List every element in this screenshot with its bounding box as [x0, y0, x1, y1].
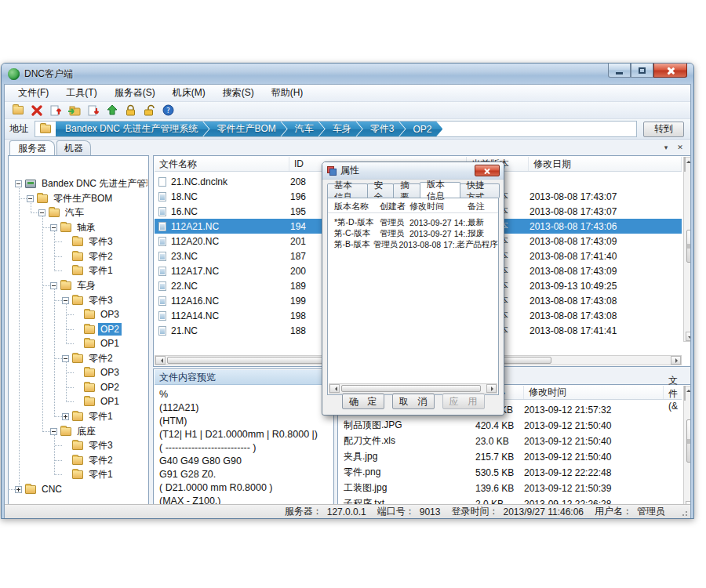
- expander-minus-icon[interactable]: [50, 428, 57, 435]
- expander-minus-icon[interactable]: [38, 209, 45, 216]
- tree-item[interactable]: OP1: [74, 336, 122, 350]
- scroll-thumb[interactable]: [341, 385, 481, 392]
- version-row[interactable]: 第-C-版本管理员2013-09-27 14:...报废: [328, 228, 498, 239]
- lock-icon[interactable]: [124, 103, 137, 117]
- tree-item[interactable]: 零件3: [62, 293, 115, 307]
- tree-item[interactable]: 零件1: [62, 467, 115, 481]
- dialog-titlebar[interactable]: 属性: [322, 162, 504, 180]
- expander-plus-icon[interactable]: [15, 486, 22, 493]
- version-row[interactable]: 第-B-版本管理员2013-08-08 17:...老产品程序: [328, 239, 498, 250]
- scroll-left-icon[interactable]: [329, 384, 340, 393]
- tree-item[interactable]: 零件3: [62, 438, 115, 452]
- tree-item[interactable]: Bandex DNC 先进生产管理系统: [15, 176, 147, 191]
- breadcrumb-segment[interactable]: 车身: [318, 121, 362, 137]
- attachment-row[interactable]: 配刀文件.xls23.0 KB2013-09-12 21:50:40: [339, 434, 682, 448]
- menu-tools[interactable]: 工具(T): [59, 84, 104, 102]
- upload-icon[interactable]: [105, 103, 118, 117]
- column-filename[interactable]: 文件名称: [155, 157, 289, 171]
- column-date[interactable]: 修改日期: [529, 157, 682, 171]
- tab-server[interactable]: 服务器: [9, 140, 55, 155]
- tree-item[interactable]: OP2: [74, 380, 122, 394]
- tree-item[interactable]: 底座: [50, 424, 98, 438]
- tree-item[interactable]: 零件3: [62, 234, 115, 249]
- menu-search[interactable]: 搜索(S): [216, 84, 261, 102]
- tree-item[interactable]: CNC: [15, 482, 64, 496]
- breadcrumb-segment[interactable]: 零件生产BOM: [202, 121, 286, 137]
- new-folder-icon[interactable]: [11, 103, 24, 117]
- tree-item[interactable]: OP3: [74, 307, 122, 321]
- tree-item[interactable]: 零件1: [62, 409, 115, 423]
- check-in-file-icon[interactable]: [49, 103, 62, 117]
- tab-machine[interactable]: 机器: [56, 140, 91, 155]
- scroll-up-icon[interactable]: [684, 386, 686, 401]
- scroll-down-icon[interactable]: [686, 332, 691, 341]
- maximize-button[interactable]: [631, 64, 653, 78]
- breadcrumb-segment[interactable]: 零件3: [356, 121, 406, 137]
- send-to-folder-icon[interactable]: [67, 103, 81, 117]
- column-version-name[interactable]: 版本名称: [328, 201, 380, 212]
- cancel-button[interactable]: 取 消: [392, 394, 435, 409]
- menu-file[interactable]: 文件(F): [11, 84, 56, 102]
- scroll-thumb[interactable]: [686, 419, 691, 463]
- tab-basic-info[interactable]: 基本信息: [327, 183, 368, 198]
- column-modified[interactable]: 修改时间: [409, 201, 468, 212]
- resize-grip[interactable]: [679, 508, 687, 516]
- attachment-row[interactable]: 零件.png530.5 KB2013-09-12 22:22:48: [339, 465, 682, 480]
- scroll-up-icon[interactable]: [684, 157, 686, 172]
- check-out-file-icon[interactable]: [86, 103, 100, 117]
- minimize-button[interactable]: [608, 64, 631, 78]
- expander-minus-icon[interactable]: [62, 297, 69, 304]
- column-mtime[interactable]: 修改时间: [524, 386, 664, 399]
- expander-minus-icon[interactable]: [50, 282, 57, 289]
- titlebar[interactable]: DNC客户端: [2, 64, 693, 84]
- scroll-thumb[interactable]: [686, 230, 691, 263]
- scroll-left-icon[interactable]: [155, 356, 166, 365]
- expander-minus-icon[interactable]: [27, 195, 34, 202]
- tab-summary[interactable]: 摘要: [393, 183, 420, 198]
- expander-plus-icon[interactable]: [62, 413, 69, 420]
- attachments-vscrollbar[interactable]: [683, 386, 691, 511]
- tree-item[interactable]: 车身: [50, 278, 98, 292]
- tree-item[interactable]: 零件2: [62, 351, 115, 365]
- dialog-hscrollbar[interactable]: [329, 383, 497, 394]
- help-icon[interactable]: ?: [162, 103, 175, 117]
- close-button[interactable]: [653, 64, 687, 78]
- tree-item[interactable]: OP1: [74, 394, 122, 408]
- breadcrumb-segment[interactable]: OP2: [398, 121, 442, 137]
- delete-icon[interactable]: [30, 103, 43, 117]
- attachment-row[interactable]: 工装图.jpg139.6 KB2013-09-12 21:50:39: [339, 481, 682, 495]
- tree-item[interactable]: 零件2: [62, 453, 115, 467]
- scroll-right-icon[interactable]: [671, 356, 681, 365]
- breadcrumb[interactable]: Bandex DNC 先进生产管理系统 零件生产BOM 汽车 车身 零件3 OP…: [35, 121, 637, 137]
- tree-item[interactable]: 零件生产BOM: [27, 191, 115, 205]
- attachment-row[interactable]: 制品顶图.JPG420.4 KB2013-09-12 21:50:40: [339, 418, 682, 433]
- breadcrumb-segment[interactable]: 汽车: [281, 121, 325, 137]
- expander-minus-icon[interactable]: [62, 355, 69, 362]
- column-creator[interactable]: 创建者: [380, 201, 409, 212]
- menu-machine[interactable]: 机床(M): [166, 84, 213, 102]
- tree-item[interactable]: 轴承: [50, 220, 98, 234]
- expander-minus-icon[interactable]: [50, 224, 57, 231]
- expander-minus-icon[interactable]: [15, 180, 22, 187]
- column-remark[interactable]: 备注: [468, 201, 498, 212]
- menu-server[interactable]: 服务器(S): [107, 84, 162, 102]
- dialog-close-button[interactable]: [475, 165, 500, 176]
- tab-security[interactable]: 安全: [367, 183, 395, 198]
- breadcrumb-root[interactable]: Bandex DNC 先进生产管理系统: [56, 121, 209, 137]
- tab-version-info[interactable]: 版本信息: [420, 182, 460, 198]
- scroll-right-icon[interactable]: [486, 384, 497, 393]
- panel-close-icon[interactable]: ✕: [675, 143, 686, 153]
- tree-item-selected[interactable]: OP2: [74, 322, 122, 336]
- tree-item[interactable]: 零件1: [62, 263, 115, 278]
- tree-item[interactable]: OP3: [74, 365, 122, 379]
- column-file[interactable]: 文件(&: [664, 386, 682, 399]
- tree-item[interactable]: 零件2: [62, 249, 115, 263]
- ok-button[interactable]: 确 定: [342, 394, 384, 409]
- menu-help[interactable]: 帮助(H): [264, 84, 311, 102]
- tab-shortcut[interactable]: 快捷方式: [460, 183, 500, 198]
- file-list-vscrollbar[interactable]: [683, 157, 691, 342]
- tree-item[interactable]: 汽车: [38, 205, 86, 220]
- pin-dropdown-icon[interactable]: ▾: [661, 143, 671, 153]
- version-row[interactable]: *第-D-版本管理员2013-09-27 14:...最新: [328, 217, 498, 228]
- go-button[interactable]: 转到: [643, 122, 684, 137]
